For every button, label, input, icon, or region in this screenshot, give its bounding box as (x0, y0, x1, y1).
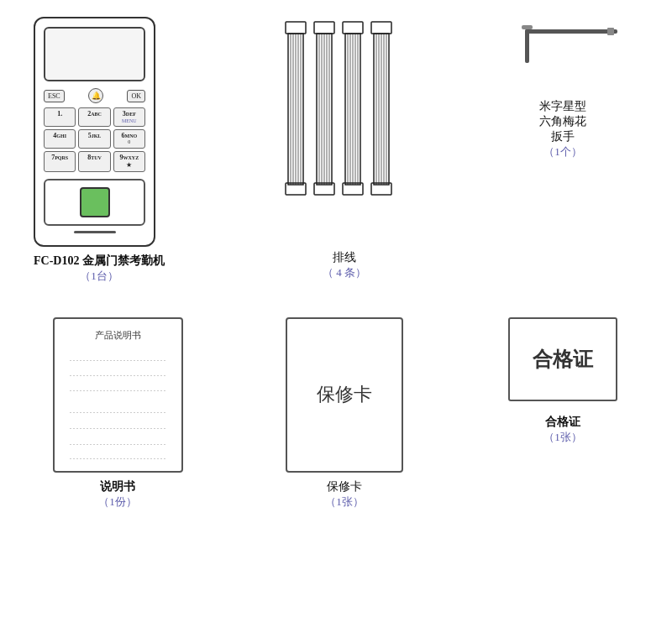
manual-line-1 (70, 353, 165, 353)
cable-quantity-label: （ 4 条） (323, 265, 366, 280)
warranty-name-label: 保修卡 (325, 479, 364, 494)
svg-rect-32 (525, 29, 617, 34)
bottom-row: 产品说明书 说明书 （1份） (34, 317, 638, 510)
svg-rect-15 (314, 22, 334, 34)
cert-name-label: 合格证 (543, 415, 582, 430)
manual-line-15 (70, 458, 165, 459)
manual-line-2 (70, 360, 165, 361)
warranty-card-text: 保修卡 (317, 382, 372, 407)
manual-line-6 (70, 390, 165, 391)
warranty-quantity-label: （1张） (325, 494, 364, 510)
manual-line-11 (70, 428, 165, 429)
cables-svg (273, 17, 416, 235)
manual-line-5 (81, 383, 155, 384)
device-quantity-label: （1台） (34, 269, 165, 284)
manual-title-text: 产品说明书 (95, 329, 141, 342)
cable-label: 排线 （ 4 条） (323, 250, 366, 280)
wrench-name-line2: 六角梅花 (539, 114, 586, 129)
manual-line-7 (70, 399, 165, 400)
device-wrapper: ESC 🔔 OK 1. 2ABC 3DEFMENU 4GHI 5JKL 6MNO… (34, 17, 202, 284)
bottom-line (74, 231, 116, 233)
device-bottom-line (44, 231, 145, 233)
num-btn-3: 3DEFMENU (113, 107, 145, 127)
device-numpad: 1. 2ABC 3DEFMENU 4GHI 5JKL 6MNO0 7PQRS 8… (44, 107, 145, 172)
num-btn-2: 2ABC (78, 107, 110, 127)
num-btn-1: 1. (44, 107, 76, 127)
svg-rect-23 (343, 22, 363, 34)
manual-name-label: 说明书 (98, 479, 137, 494)
warranty-card: 保修卡 (286, 317, 403, 473)
svg-rect-35 (607, 28, 614, 35)
ok-button: OK (127, 90, 145, 102)
cert-label: 合格证 （1张） (543, 415, 582, 445)
svg-rect-33 (525, 29, 529, 63)
svg-rect-7 (286, 22, 306, 34)
manual-line-3 (70, 369, 165, 369)
warranty-wrapper: 保修卡 保修卡 （1张） (269, 317, 420, 510)
warranty-label: 保修卡 （1张） (325, 479, 364, 510)
fingerprint-area (44, 179, 145, 226)
wrench-label: 米字星型 六角梅花 扳手 （1个） (539, 99, 586, 160)
cert-box: 合格证 (508, 317, 617, 401)
manual-label: 说明书 （1份） (98, 479, 137, 510)
fingerprint-sensor (80, 187, 110, 217)
device-label: FC-D102 金属门禁考勤机 （1台） (34, 254, 165, 284)
esc-button: ESC (44, 90, 65, 102)
manual-quantity-label: （1份） (98, 494, 137, 510)
wrench-svg (500, 17, 626, 84)
main-container: ESC 🔔 OK 1. 2ABC 3DEFMENU 4GHI 5JKL 6MNO… (0, 0, 672, 526)
wrench-name-line3: 扳手 (539, 129, 586, 144)
manual-book: 产品说明书 (53, 317, 183, 473)
bell-button: 🔔 (88, 88, 103, 103)
cable-wrapper: 排线 （ 4 条） (269, 17, 420, 280)
manual-line-10 (70, 421, 165, 421)
num-btn-6: 6MNO0 (113, 129, 145, 149)
wrench-name-line1: 米字星型 (539, 99, 586, 114)
wrench-quantity-label: （1个） (539, 144, 586, 160)
device-buttons-row: ESC 🔔 OK (44, 88, 145, 103)
top-row: ESC 🔔 OK 1. 2ABC 3DEFMENU 4GHI 5JKL 6MNO… (34, 17, 638, 284)
manual-line-12 (70, 437, 165, 437)
svg-rect-34 (522, 25, 533, 29)
num-btn-4: 4GHI (44, 129, 76, 149)
num-btn-5: 5JKL (78, 129, 110, 149)
manual-line-13 (70, 444, 165, 445)
device-body: ESC 🔔 OK 1. 2ABC 3DEFMENU 4GHI 5JKL 6MNO… (34, 17, 155, 247)
cert-wrapper: 合格证 合格证 （1张） (487, 317, 638, 445)
svg-rect-31 (371, 22, 391, 34)
num-btn-7: 7PQRS (44, 151, 76, 172)
wrench-wrapper: 米字星型 六角梅花 扳手 （1个） (487, 17, 638, 160)
manual-line-9 (70, 412, 165, 413)
cable-name-label: 排线 (323, 250, 366, 265)
manual-wrapper: 产品说明书 说明书 （1份） (34, 317, 202, 510)
num-btn-9: 9WXYZ★ (113, 151, 145, 172)
device-screen (44, 27, 145, 81)
num-btn-8: 8TUV (78, 151, 110, 172)
cert-quantity-label: （1张） (543, 430, 582, 445)
device-model-label: FC-D102 金属门禁考勤机 (34, 254, 165, 269)
cert-box-text: 合格证 (533, 346, 593, 373)
